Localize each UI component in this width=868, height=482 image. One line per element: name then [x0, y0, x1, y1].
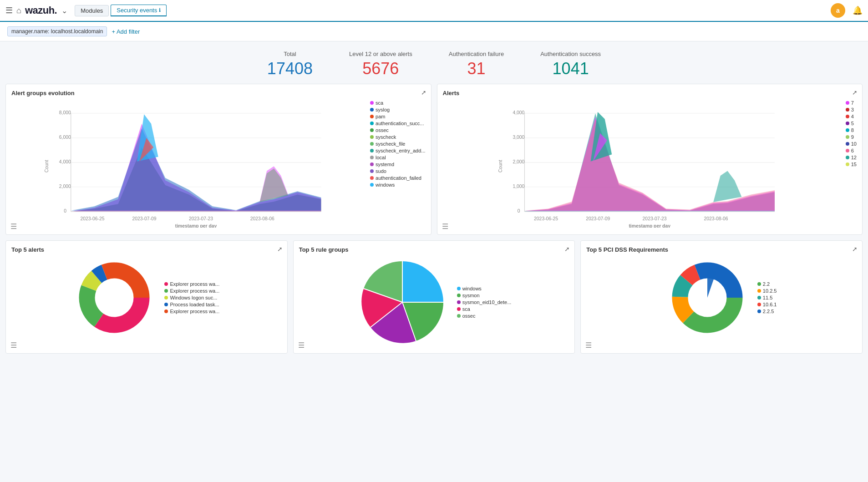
legend-item: ossec: [457, 313, 512, 319]
legend-dot: [370, 176, 374, 180]
top5-alerts-title: Top 5 alerts: [11, 246, 282, 253]
legend-label: sca: [462, 306, 470, 312]
expand-icon-top5rulegroups[interactable]: ➚: [564, 245, 570, 253]
legend-item: Explorer process wa...: [164, 281, 219, 287]
legend-dot: [164, 303, 168, 306]
legend-dot: [846, 122, 849, 125]
svg-text:2023-08-06: 2023-08-06: [704, 216, 728, 221]
legend-label: windows: [462, 286, 482, 291]
legend-dot: [370, 162, 374, 166]
legend-label: 6: [851, 148, 854, 153]
logo-dropdown-icon[interactable]: ⌄: [61, 6, 67, 15]
stat-auth-fail-label: Authentication failure: [449, 51, 504, 57]
legend-label: 4: [851, 114, 854, 119]
legend-item: 6: [846, 148, 857, 153]
svg-text:2023-07-23: 2023-07-23: [642, 216, 666, 221]
stat-total-value: 17408: [267, 59, 313, 78]
legend-label: 5: [851, 121, 854, 126]
legend-label: authentication_succ...: [376, 121, 424, 126]
legend-label: 12: [851, 155, 857, 160]
legend-item: authentication_succ...: [370, 121, 425, 126]
legend-item: windows: [457, 286, 512, 291]
legend-dot: [457, 300, 461, 304]
legend-dot: [370, 108, 374, 112]
svg-text:Count: Count: [44, 160, 49, 173]
expand-icon-top5alerts[interactable]: ➚: [277, 245, 283, 253]
legend-item: 9: [846, 134, 857, 140]
chart-footer-top5pci[interactable]: ☰: [585, 341, 592, 350]
legend-label: 11.5: [763, 295, 772, 300]
legend-item: Windows logon suc...: [164, 295, 219, 300]
svg-text:2,000: 2,000: [59, 184, 71, 189]
legend-item: authentication_failed: [370, 175, 425, 181]
chart-footer-top5alerts[interactable]: ☰: [10, 341, 17, 350]
legend-item: syscheck_entry_add...: [370, 148, 425, 153]
legend-dot: [846, 135, 849, 139]
legend-dot: [370, 135, 374, 139]
svg-text:0: 0: [64, 208, 66, 213]
legend-item: Explorer process wa...: [164, 288, 219, 294]
legend-label: 2.2.5: [763, 309, 774, 314]
legend-item: 5: [846, 121, 857, 126]
expand-icon[interactable]: ➚: [421, 89, 426, 96]
legend-item: 12: [846, 155, 857, 160]
legend-label: syscheck_entry_add...: [376, 148, 425, 153]
legend-item: Explorer process wa...: [164, 309, 219, 314]
alerts-panel: Alerts ➚ 4,000 3,000 2,000 1,000 0 Count: [437, 84, 863, 235]
legend-dot: [457, 294, 461, 297]
filter-bar: manager.name: localhost.localdomain + Ad…: [0, 22, 868, 41]
expand-icon-top5pci[interactable]: ➚: [852, 245, 858, 253]
svg-text:4,000: 4,000: [513, 110, 524, 115]
svg-text:3,000: 3,000: [513, 135, 524, 140]
modules-button[interactable]: Modules: [75, 5, 109, 16]
legend-label: sca: [376, 100, 383, 106]
legend-dot: [846, 101, 849, 105]
chart-footer-icon[interactable]: ☰: [10, 222, 17, 231]
legend-label: Explorer process wa...: [170, 281, 219, 287]
legend-item: 8: [846, 127, 857, 133]
legend-item: systemd: [370, 162, 425, 167]
legend-item: Process loaded task...: [164, 302, 219, 307]
alerts-chart-container: 4,000 3,000 2,000 1,000 0 Count: [443, 100, 857, 229]
legend-label: 2.2: [763, 281, 770, 287]
logo: wazuh.: [25, 5, 57, 16]
svg-marker-41: [713, 171, 741, 202]
info-icon: ℹ: [159, 7, 161, 13]
legend-item: 11.5: [757, 295, 777, 300]
svg-text:2023-07-23: 2023-07-23: [189, 216, 213, 221]
top5-pci-legend: 2.210.2.511.510.6.12.2.5: [757, 281, 777, 314]
legend-item: 7: [846, 100, 857, 106]
chart-footer-icon-alerts[interactable]: ☰: [442, 222, 448, 231]
add-filter-button[interactable]: + Add filter: [112, 28, 140, 35]
legend-label: windows: [376, 182, 395, 188]
svg-text:1,000: 1,000: [513, 184, 524, 189]
svg-text:Count: Count: [497, 160, 503, 173]
legend-dot: [370, 142, 374, 146]
expand-icon-alerts[interactable]: ➚: [852, 89, 858, 96]
security-events-tab[interactable]: Security events ℹ: [111, 5, 167, 16]
legend-label: Explorer process wa...: [170, 309, 219, 314]
legend-dot: [457, 314, 461, 318]
home-icon[interactable]: ⌂: [16, 6, 21, 15]
breadcrumb: Modules Security events ℹ: [75, 5, 167, 16]
legend-dot: [757, 309, 761, 313]
legend-item: sysmon: [457, 293, 512, 298]
legend-dot: [164, 296, 168, 299]
legend-dot: [457, 287, 461, 290]
avatar[interactable]: a: [831, 3, 845, 18]
top5-rulegroups-title: Top 5 rule groups: [299, 246, 569, 253]
bell-icon[interactable]: 🔔: [853, 5, 863, 15]
legend-dot: [846, 142, 849, 146]
legend-label: local: [376, 155, 386, 160]
alerts-chart: 4,000 3,000 2,000 1,000 0 Count: [443, 100, 842, 229]
legend-item: windows: [370, 182, 425, 188]
stat-level12-label: Level 12 or above alerts: [349, 51, 412, 57]
filter-tag[interactable]: manager.name: localhost.localdomain: [7, 26, 107, 36]
hamburger-icon[interactable]: ☰: [5, 5, 13, 15]
top5-pci-donut: [666, 257, 748, 339]
stat-total: Total 17408: [267, 51, 313, 78]
top5-rulegroups-panel: Top 5 rule groups ➚: [293, 240, 575, 354]
svg-text:2023-07-09: 2023-07-09: [586, 216, 610, 221]
svg-text:2023-06-25: 2023-06-25: [534, 216, 558, 221]
chart-footer-top5rulegroups[interactable]: ☰: [298, 341, 305, 350]
